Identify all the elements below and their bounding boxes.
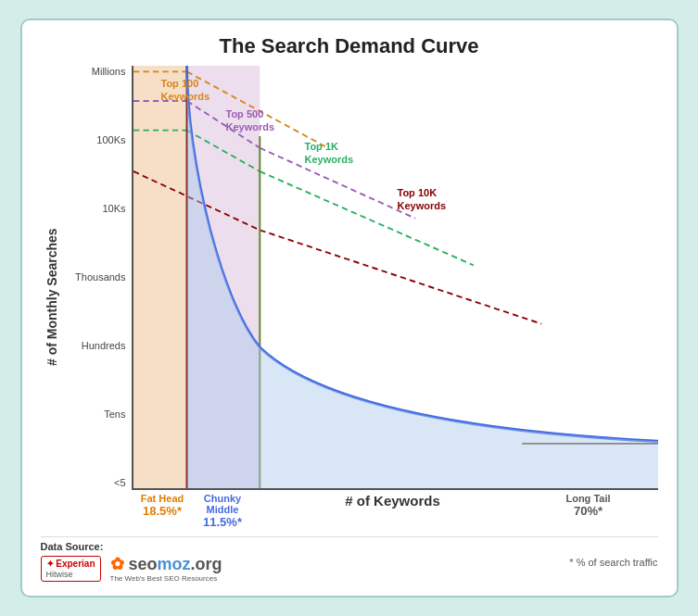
fat-head-percent: 18.5%* bbox=[137, 504, 188, 518]
experian-logo: ✦ Experian Hitwise bbox=[41, 556, 101, 582]
y-tick-100ks: 100Ks bbox=[67, 134, 126, 145]
chunky-middle-label: Chunky Middle bbox=[188, 493, 258, 515]
plot-area: Top 100Keywords Top 500Keywords Top 1KKe… bbox=[132, 66, 658, 490]
annotation-top10k: Top 10KKeywords bbox=[398, 186, 447, 213]
source-logos: ✦ Experian Hitwise ✿ seomoz.org The Web'… bbox=[41, 554, 222, 583]
chart-area: # of Monthly Searches Millions 100Ks 10K… bbox=[41, 66, 658, 529]
annotation-top1k: Top 1KKeywords bbox=[305, 140, 354, 167]
y-tick-millions: Millions bbox=[67, 66, 126, 77]
y-axis-label: # of Monthly Searches bbox=[41, 66, 63, 529]
seomoz-logo: ✿ seomoz.org The Web's Best SEO Resource… bbox=[110, 554, 222, 583]
y-tick-tens: Tens bbox=[67, 409, 126, 420]
svg-line-11 bbox=[260, 230, 541, 323]
data-source-title: Data Source: bbox=[41, 541, 222, 552]
y-tick-lt5: <5 bbox=[67, 477, 126, 488]
fat-head-label: Fat Head bbox=[137, 493, 188, 504]
y-ticks: Millions 100Ks 10Ks Thousands Hundreds T… bbox=[67, 66, 132, 490]
main-card: The Search Demand Curve # of Monthly Sea… bbox=[20, 19, 679, 597]
y-tick-thousands: Thousands bbox=[67, 271, 126, 283]
y-tick-hundreds: Hundreds bbox=[67, 340, 126, 351]
long-tail-percent: 70%* bbox=[547, 504, 630, 518]
chart-with-axes: Millions 100Ks 10Ks Thousands Hundreds T… bbox=[67, 66, 658, 529]
footer: Data Source: ✦ Experian Hitwise ✿ seomoz… bbox=[41, 536, 658, 586]
annotation-top100: Top 100Keywords bbox=[161, 77, 210, 104]
long-tail-label: Long Tail bbox=[547, 493, 630, 504]
chunky-middle-percent: 11.5%* bbox=[188, 515, 258, 529]
svg-marker-0 bbox=[133, 66, 187, 488]
chart-inner: Millions 100Ks 10Ks Thousands Hundreds T… bbox=[67, 66, 658, 490]
chart-title: The Search Demand Curve bbox=[41, 34, 658, 58]
data-source: Data Source: ✦ Experian Hitwise ✿ seomoz… bbox=[41, 541, 222, 583]
annotation-top500: Top 500Keywords bbox=[226, 107, 275, 134]
x-axis-label: # of Keywords bbox=[258, 493, 528, 509]
footnote: * % of search traffic bbox=[569, 557, 657, 568]
y-tick-10ks: 10Ks bbox=[67, 203, 126, 214]
